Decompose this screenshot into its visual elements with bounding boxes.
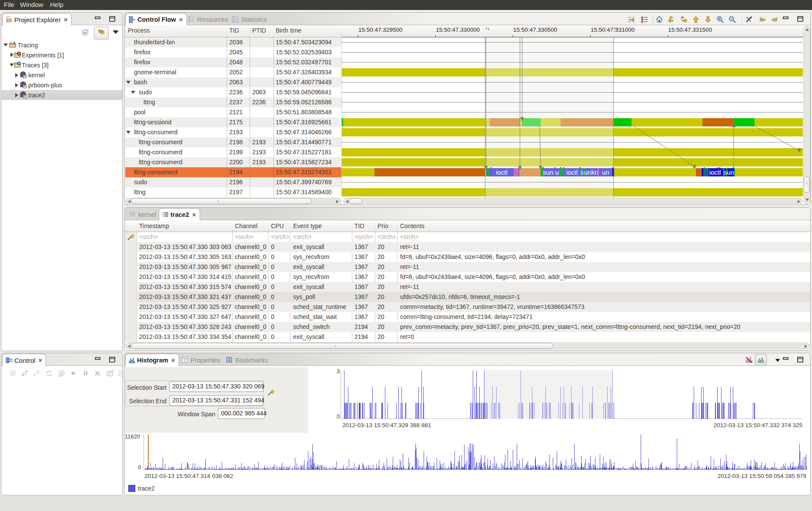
svg-text:T: T <box>13 41 16 45</box>
